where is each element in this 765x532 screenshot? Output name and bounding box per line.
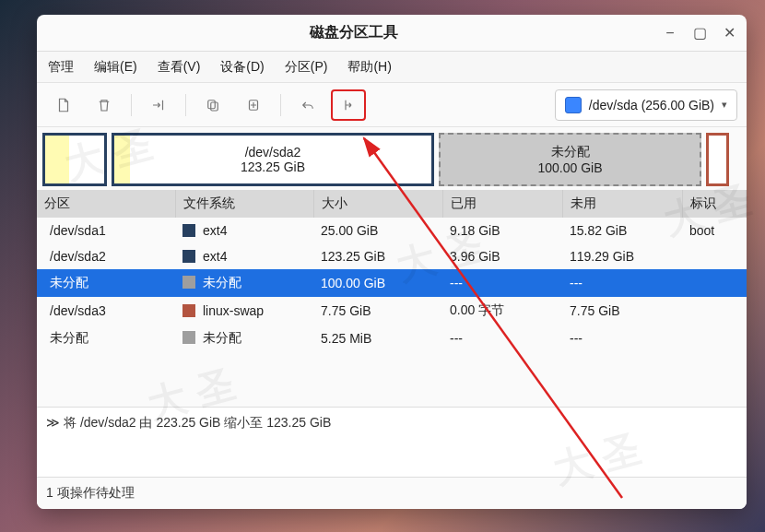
partition-block-unallocated[interactable]: 未分配 100.00 GiB bbox=[439, 133, 701, 186]
disk-selector[interactable]: /dev/sda (256.00 GiB) ▾ bbox=[555, 89, 737, 121]
cell-partition: 未分配 bbox=[37, 325, 175, 352]
cell-partition: 未分配 bbox=[37, 269, 175, 297]
cell-filesystem: ext4 bbox=[175, 218, 313, 243]
col-unused[interactable]: 未用 bbox=[562, 190, 682, 218]
cell-size: 100.00 GiB bbox=[313, 269, 442, 297]
fs-color-icon bbox=[182, 224, 195, 237]
fs-color-icon bbox=[182, 331, 195, 344]
fs-color-icon bbox=[182, 304, 195, 317]
cell-used: 9.18 GiB bbox=[442, 218, 562, 243]
partition-table-wrap: 分区 文件系统 大小 已用 未用 标识 /dev/sda1ext425.00 G… bbox=[37, 190, 747, 407]
cell-flags bbox=[682, 269, 747, 297]
undo-icon bbox=[300, 97, 316, 113]
cell-size: 7.75 GiB bbox=[313, 297, 442, 325]
resize-partition-button[interactable] bbox=[141, 89, 176, 121]
toolbar-separator bbox=[131, 94, 132, 116]
cell-unused: --- bbox=[562, 325, 682, 352]
cell-used: --- bbox=[442, 269, 562, 297]
table-row[interactable]: /dev/sda3linux-swap7.75 GiB0.00 字节7.75 G… bbox=[37, 297, 747, 325]
col-used[interactable]: 已用 bbox=[442, 190, 562, 218]
window-controls: − ▢ ✕ bbox=[662, 24, 737, 41]
partition-map: /dev/sda2 123.25 GiB 未分配 100.00 GiB bbox=[37, 127, 747, 190]
fs-color-icon bbox=[182, 276, 195, 289]
menu-view[interactable]: 查看(V) bbox=[152, 55, 206, 79]
cell-flags bbox=[682, 243, 747, 269]
svg-rect-0 bbox=[208, 100, 216, 108]
cell-unused: --- bbox=[562, 269, 682, 297]
cell-used: --- bbox=[442, 325, 562, 352]
cell-unused: 15.82 GiB bbox=[562, 218, 682, 243]
copy-partition-button[interactable] bbox=[195, 89, 230, 121]
partition-table: 分区 文件系统 大小 已用 未用 标识 /dev/sda1ext425.00 G… bbox=[37, 190, 747, 352]
col-partition[interactable]: 分区 bbox=[37, 190, 175, 218]
cell-size: 25.00 GiB bbox=[313, 218, 442, 243]
titlebar: 磁盘分区工具 − ▢ ✕ bbox=[37, 15, 747, 52]
cell-flags bbox=[682, 325, 747, 352]
cell-unused: 7.75 GiB bbox=[562, 297, 682, 325]
menu-edit[interactable]: 编辑(E) bbox=[88, 55, 143, 79]
cell-size: 123.25 GiB bbox=[313, 243, 442, 269]
operation-log: ≫ 将 /dev/sda2 由 223.25 GiB 缩小至 123.25 Gi… bbox=[37, 407, 747, 477]
table-header-row: 分区 文件系统 大小 已用 未用 标识 bbox=[37, 190, 747, 218]
cell-filesystem: linux-swap bbox=[175, 297, 313, 325]
cell-filesystem: 未分配 bbox=[175, 269, 313, 297]
fs-color-icon bbox=[182, 250, 195, 263]
statusbar-text: 1 项操作待处理 bbox=[46, 485, 135, 500]
partition-block-sda1[interactable] bbox=[42, 133, 107, 186]
statusbar: 1 项操作待处理 bbox=[37, 477, 747, 509]
undo-button[interactable] bbox=[290, 89, 325, 121]
partition-block-size: 100.00 GiB bbox=[537, 160, 602, 175]
arrow-right-to-bar-icon bbox=[150, 97, 167, 113]
copy-icon bbox=[205, 97, 221, 113]
partition-block-size: 123.25 GiB bbox=[241, 160, 305, 174]
apply-icon bbox=[340, 97, 357, 113]
new-file-icon bbox=[55, 97, 72, 113]
main-window: 磁盘分区工具 − ▢ ✕ 管理 编辑(E) 查看(V) 设备(D) 分区(P) … bbox=[37, 15, 747, 509]
close-button[interactable]: ✕ bbox=[721, 24, 737, 41]
partition-block-label: /dev/sda2 bbox=[245, 145, 301, 160]
col-size[interactable]: 大小 bbox=[313, 190, 442, 218]
apply-button[interactable] bbox=[331, 89, 366, 121]
disk-selector-label: /dev/sda (256.00 GiB) bbox=[589, 98, 714, 112]
svg-rect-1 bbox=[211, 102, 218, 111]
table-row[interactable]: 未分配未分配5.25 MiB------ bbox=[37, 325, 747, 352]
cell-unused: 119.29 GiB bbox=[562, 243, 682, 269]
window-title: 磁盘分区工具 bbox=[46, 23, 662, 42]
table-row[interactable]: 未分配未分配100.00 GiB------ bbox=[37, 269, 747, 297]
menu-help[interactable]: 帮助(H) bbox=[342, 55, 396, 79]
partition-block-sda2[interactable]: /dev/sda2 123.25 GiB bbox=[112, 133, 434, 186]
table-row[interactable]: /dev/sda2ext4123.25 GiB3.96 GiB119.29 Gi… bbox=[37, 243, 747, 269]
menu-partition[interactable]: 分区(P) bbox=[279, 55, 334, 79]
cell-filesystem: 未分配 bbox=[175, 325, 313, 352]
cell-partition: /dev/sda2 bbox=[37, 243, 175, 269]
trash-icon bbox=[96, 97, 112, 113]
cell-flags bbox=[682, 297, 747, 325]
partition-block-label: 未分配 bbox=[551, 144, 590, 160]
menu-manage[interactable]: 管理 bbox=[42, 55, 79, 79]
table-row[interactable]: /dev/sda1ext425.00 GiB9.18 GiB15.82 GiBb… bbox=[37, 218, 747, 243]
cell-used: 3.96 GiB bbox=[442, 243, 562, 269]
toolbar: /dev/sda (256.00 GiB) ▾ bbox=[37, 83, 747, 127]
col-flags[interactable]: 标识 bbox=[682, 190, 747, 218]
cell-flags: boot bbox=[682, 218, 747, 243]
cell-partition: /dev/sda1 bbox=[37, 218, 175, 243]
partition-block-sda3[interactable] bbox=[706, 133, 729, 186]
chevron-down-icon: ▾ bbox=[722, 99, 727, 111]
paste-partition-button[interactable] bbox=[236, 89, 271, 121]
cell-partition: /dev/sda3 bbox=[37, 297, 175, 325]
cell-size: 5.25 MiB bbox=[313, 325, 442, 352]
delete-partition-button[interactable] bbox=[87, 89, 122, 121]
log-entry: 将 /dev/sda2 由 223.25 GiB 缩小至 123.25 GiB bbox=[64, 415, 331, 432]
maximize-button[interactable]: ▢ bbox=[691, 24, 708, 41]
paste-icon bbox=[245, 97, 262, 113]
toolbar-separator bbox=[185, 94, 186, 116]
menubar: 管理 编辑(E) 查看(V) 设备(D) 分区(P) 帮助(H) bbox=[37, 52, 747, 83]
cell-filesystem: ext4 bbox=[175, 243, 313, 269]
menu-device[interactable]: 设备(D) bbox=[215, 55, 269, 79]
disk-icon bbox=[565, 97, 582, 113]
minimize-button[interactable]: − bbox=[662, 25, 678, 41]
new-partition-button[interactable] bbox=[46, 89, 81, 121]
cell-used: 0.00 字节 bbox=[442, 297, 562, 325]
col-filesystem[interactable]: 文件系统 bbox=[175, 190, 313, 218]
toolbar-separator bbox=[280, 94, 281, 116]
